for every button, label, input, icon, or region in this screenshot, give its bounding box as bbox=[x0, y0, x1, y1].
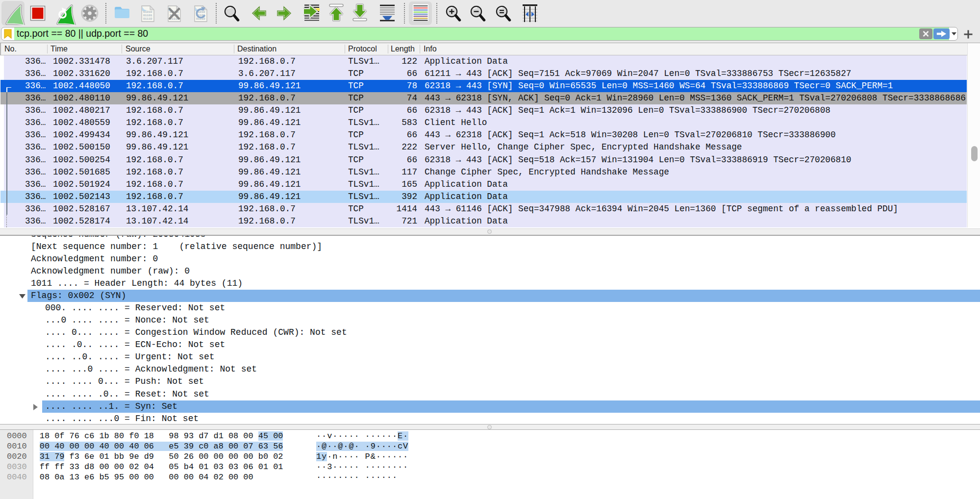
svg-text:01101: 01101 bbox=[143, 14, 152, 17]
svg-text:01110: 01110 bbox=[143, 17, 152, 21]
svg-text:01010: 01010 bbox=[143, 10, 152, 14]
